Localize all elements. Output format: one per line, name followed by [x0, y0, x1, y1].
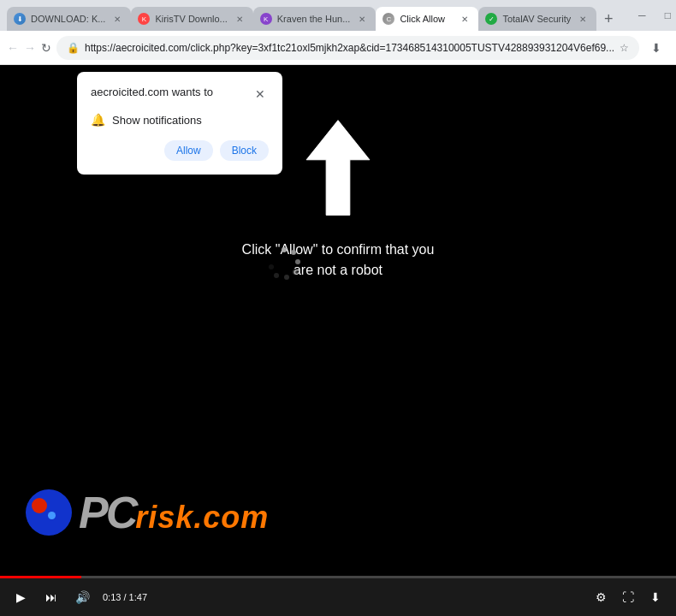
url-text: https://aecroicited.com/click.php?key=3x… [85, 42, 614, 54]
time-current: 0:13 [103, 592, 121, 602]
tab-title-kiris: KirisTV Downlo... [155, 14, 227, 24]
tab-title-download: DOWNLOAD: K... [31, 14, 105, 24]
popup-title: aecroicited.com wants to [91, 86, 213, 98]
title-bar: ⬇ DOWNLOAD: K... ✕ K KirisTV Downlo... ✕… [0, 0, 676, 31]
video-controls: ▶ ⏭ 🔊 0:13 / 1:47 ⚙ ⛶ ⬇ [0, 578, 676, 616]
svg-point-2 [291, 250, 296, 255]
pcrisk-text: PC risk.com [79, 490, 269, 535]
time-total: 1:47 [129, 592, 147, 602]
play-button[interactable]: ▶ [10, 587, 31, 607]
browser-window: ⬇ DOWNLOAD: K... ✕ K KirisTV Downlo... ✕… [0, 0, 676, 616]
time-display: 0:13 / 1:47 [103, 592, 147, 602]
pcrisk-ball-dot1 [32, 498, 47, 513]
svg-marker-0 [306, 121, 370, 216]
address-bar: ← → ↻ 🔒 https://aecroicited.com/click.ph… [0, 31, 676, 65]
arrow-container [287, 116, 389, 219]
new-tab-button[interactable]: + [596, 7, 620, 31]
pcrisk-ball-dot2 [48, 512, 56, 519]
download-video-button[interactable]: ⬇ [645, 587, 666, 607]
notification-popup: aecroicited.com wants to ✕ 🔔 Show notifi… [77, 72, 282, 175]
minimize-button[interactable]: ─ [631, 7, 653, 24]
lock-icon: 🔒 [67, 42, 80, 54]
svg-point-6 [274, 273, 279, 278]
back-button[interactable]: ← [7, 36, 19, 60]
controls-right: ⚙ ⛶ ⬇ [590, 587, 666, 607]
loading-spinner [265, 245, 303, 282]
download-icon[interactable]: ⬇ [644, 36, 668, 60]
allow-button[interactable]: Allow [164, 140, 213, 161]
svg-point-4 [293, 270, 298, 275]
pcrisk-ball [26, 489, 72, 536]
skip-button[interactable]: ⏭ [41, 587, 62, 607]
tab-close-totalav[interactable]: ✕ [576, 12, 590, 26]
maximize-button[interactable]: □ [656, 7, 676, 24]
svg-point-1 [282, 247, 287, 252]
popup-buttons: Allow Block [91, 140, 269, 161]
settings-button[interactable]: ⚙ [590, 587, 611, 607]
volume-button[interactable]: 🔊 [72, 587, 92, 607]
popup-close-button[interactable]: ✕ [252, 86, 269, 103]
page-background: aecroicited.com wants to ✕ 🔔 Show notifi… [0, 65, 676, 578]
pc-text: PC [79, 490, 135, 535]
tab-kiris[interactable]: K KirisTV Downlo... ✕ [131, 7, 252, 31]
tab-title-click: Click Allow [400, 14, 453, 24]
window-controls: ─ □ ✕ [631, 7, 676, 24]
tab-totalav[interactable]: ✓ TotalAV Security ✕ [478, 7, 596, 31]
tab-favicon-download: ⬇ [14, 13, 26, 25]
bell-icon: 🔔 [91, 113, 105, 127]
risk-text: risk.com [135, 502, 269, 533]
reload-button[interactable]: ↻ [41, 36, 51, 60]
svg-point-7 [269, 264, 274, 270]
tab-strip: ⬇ DOWNLOAD: K... ✕ K KirisTV Downlo... ✕… [7, 0, 620, 31]
pcrisk-logo: PC risk.com [26, 489, 269, 536]
tab-title-kraven: Kraven the Hun... [277, 14, 351, 24]
tab-close-kraven[interactable]: ✕ [355, 12, 369, 26]
tab-close-kiris[interactable]: ✕ [233, 12, 246, 26]
popup-notification-row: 🔔 Show notifications [91, 113, 269, 127]
tab-download[interactable]: ⬇ DOWNLOAD: K... ✕ [7, 7, 131, 31]
video-progress-fill [0, 576, 81, 578]
spinner [265, 245, 303, 282]
fullscreen-button[interactable]: ⛶ [618, 587, 638, 607]
svg-point-5 [284, 275, 289, 280]
tab-favicon-click: C [382, 13, 394, 25]
profile-icon[interactable]: 👤 [672, 36, 676, 60]
tab-favicon-kraven: K [260, 13, 272, 25]
tab-kraven[interactable]: K Kraven the Hun... ✕ [253, 7, 377, 31]
block-button[interactable]: Block [220, 140, 269, 161]
tab-click-allow[interactable]: C Click Allow ✕ [376, 7, 478, 31]
arrow-up-icon [287, 116, 389, 219]
tab-favicon-kiris: K [138, 13, 150, 25]
forward-button[interactable]: → [24, 36, 36, 60]
svg-point-3 [295, 259, 300, 264]
tab-close-download[interactable]: ✕ [110, 12, 124, 26]
video-progress-bar[interactable] [0, 576, 676, 578]
bookmark-icon[interactable]: ☆ [620, 42, 629, 54]
toolbar-icons: ⬇ 👤 ⋮ [644, 36, 676, 60]
page-content: aecroicited.com wants to ✕ 🔔 Show notifi… [0, 65, 676, 616]
popup-header: aecroicited.com wants to ✕ [91, 86, 269, 103]
notification-label: Show notifications [112, 114, 202, 127]
tab-favicon-totalav: ✓ [485, 13, 497, 25]
tab-close-click[interactable]: ✕ [458, 12, 471, 26]
tab-title-totalav: TotalAV Security [502, 14, 571, 24]
url-bar[interactable]: 🔒 https://aecroicited.com/click.php?key=… [56, 36, 639, 60]
